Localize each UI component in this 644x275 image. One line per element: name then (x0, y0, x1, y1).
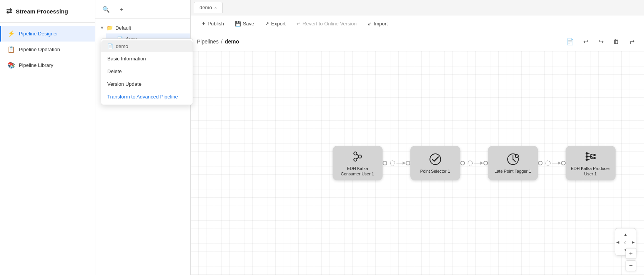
svg-point-25 (593, 157, 596, 159)
node-box-2[interactable]: Point Selector 1 (410, 146, 460, 180)
sidebar-item-pipeline-designer[interactable]: ⚡ Pipeline Designer (0, 26, 95, 42)
import-button[interactable]: ↙ Import (363, 18, 393, 29)
app-title: Stream Processing (16, 8, 68, 15)
context-menu-item-basic-info[interactable]: Basic Information (101, 52, 193, 65)
canvas-header: Pipelines / demo 📄 ↩ ↪ 🗑 ⇄ (191, 32, 644, 51)
input-dot-4 (561, 161, 566, 165)
svg-point-0 (354, 152, 357, 155)
svg-line-30 (588, 158, 593, 160)
revert-label: Revert to Online Version (303, 21, 357, 27)
breadcrumb-parent: Pipelines (197, 38, 219, 45)
sidebar-item-pipeline-operation[interactable]: 📋 Pipeline Operation (0, 42, 95, 57)
import-icon: ↙ (368, 21, 372, 27)
svg-point-24 (593, 154, 596, 156)
breadcrumb: Pipelines / demo (197, 38, 239, 45)
input-dot-2 (406, 161, 410, 165)
chevron-down-icon: ▼ (100, 25, 104, 30)
node-box-4[interactable]: EDH Kafka ProducerUser 1 (566, 146, 616, 180)
save-icon: 💾 (235, 21, 241, 27)
redo-button[interactable]: ↪ (595, 35, 607, 48)
import-label: Import (374, 21, 388, 27)
node-label-2: Point Selector 1 (418, 168, 453, 174)
point-selector-icon (428, 152, 442, 166)
undo-icon: ↩ (583, 38, 588, 45)
svg-marker-20 (558, 162, 561, 165)
app-header: ⇄ Stream Processing (0, 0, 95, 23)
pipeline-node-4[interactable]: EDH Kafka ProducerUser 1 (566, 146, 616, 180)
pipeline-node-3[interactable]: Late Point Tagger 1 (488, 146, 538, 180)
folder-icon: 📁 (107, 25, 113, 31)
delete-button[interactable]: 🗑 (610, 35, 622, 48)
pipeline-operation-icon: 📋 (7, 46, 15, 53)
sidebar-item-label: Pipeline Library (19, 62, 53, 68)
zoom-in-button[interactable]: + (626, 248, 636, 259)
context-menu-header: 📄 demo (101, 40, 193, 52)
breadcrumb-separator: / (221, 38, 223, 45)
node-box-3[interactable]: Late Point Tagger 1 (488, 146, 538, 180)
redo-icon: ↪ (599, 38, 604, 45)
nav-home-button[interactable]: ⌂ (622, 238, 629, 245)
tab-close-icon[interactable]: × (215, 5, 217, 10)
node-label-1: EDH KafkaConsumer User 1 (339, 166, 376, 177)
svg-line-14 (513, 159, 515, 162)
node-label-3: Late Point Tagger 1 (492, 168, 533, 174)
canvas-area[interactable]: EDH KafkaConsumer User 1 (191, 51, 644, 275)
revert-button[interactable]: ↩ Revert to Online Version (292, 18, 361, 29)
svg-line-3 (357, 154, 358, 156)
node-label-4: EDH Kafka ProducerUser 1 (569, 166, 612, 177)
doc-icon: 📄 (566, 38, 574, 45)
add-button[interactable]: ＋ (115, 3, 128, 15)
export-label: Export (271, 21, 286, 27)
arrow-3 (540, 158, 563, 168)
late-point-tagger-icon (506, 152, 520, 166)
nav-up-button[interactable]: ▲ (622, 231, 629, 238)
main-content: demo × ✈ Publish 💾 Save ↗ Export ↩ Rever… (191, 0, 644, 275)
context-menu-item-version-update[interactable]: Version Update (101, 78, 193, 90)
output-dot-2 (460, 161, 465, 165)
arrow-1 (385, 158, 408, 168)
save-label: Save (243, 21, 255, 27)
undo-button[interactable]: ↩ (579, 35, 592, 48)
context-menu-item-delete[interactable]: Delete (101, 65, 193, 78)
tab-demo[interactable]: demo × (194, 2, 223, 13)
node-box-1[interactable]: EDH KafkaConsumer User 1 (333, 146, 383, 180)
pipeline-node-2[interactable]: Point Selector 1 (410, 146, 460, 180)
shuffle-button[interactable]: ⇄ (626, 35, 638, 48)
pipeline-designer-icon: ⚡ (7, 30, 15, 37)
doc-tool-button[interactable]: 📄 (564, 35, 576, 48)
svg-point-26 (589, 155, 592, 158)
tab-bar: demo × (191, 0, 644, 15)
output-dot-3 (538, 161, 542, 165)
zoom-controls: + − (626, 248, 636, 271)
svg-point-18 (546, 161, 550, 165)
publish-button[interactable]: ✈ Publish (197, 18, 229, 29)
publish-label: Publish (208, 21, 224, 27)
arrow-2 (463, 158, 486, 168)
connector-2 (460, 158, 488, 168)
pipeline-nodes: EDH KafkaConsumer User 1 (333, 146, 616, 180)
brand-icon: ⇄ (6, 7, 12, 15)
sidebar: ⇄ Stream Processing ⚡ Pipeline Designer … (0, 0, 95, 275)
nav-left-button[interactable]: ◀ (614, 238, 621, 245)
svg-point-23 (586, 158, 588, 161)
input-dot-3 (483, 161, 488, 165)
delete-icon: 🗑 (613, 38, 619, 45)
sidebar-item-pipeline-library[interactable]: 📚 Pipeline Library (0, 57, 95, 73)
kafka-producer-icon (584, 150, 597, 163)
tree-root-item[interactable]: ▼ 📁 Default (95, 22, 190, 33)
save-button[interactable]: 💾 Save (230, 18, 259, 29)
svg-point-2 (354, 158, 357, 161)
export-button[interactable]: ↗ Export (260, 18, 290, 29)
search-button[interactable]: 🔍 (100, 3, 112, 15)
svg-point-21 (586, 152, 588, 155)
shuffle-icon: ⇄ (629, 38, 634, 45)
connector-1 (383, 158, 410, 168)
svg-point-9 (468, 161, 473, 165)
context-menu-item-transform[interactable]: Transform to Advanced Pipeline (101, 90, 193, 103)
zoom-out-button[interactable]: − (626, 260, 636, 271)
nav-right-button[interactable]: ▶ (630, 238, 637, 245)
pipeline-node-1[interactable]: EDH KafkaConsumer User 1 (333, 146, 383, 180)
publish-icon: ✈ (201, 21, 206, 27)
svg-marker-7 (403, 162, 406, 165)
tab-label: demo (200, 5, 212, 10)
